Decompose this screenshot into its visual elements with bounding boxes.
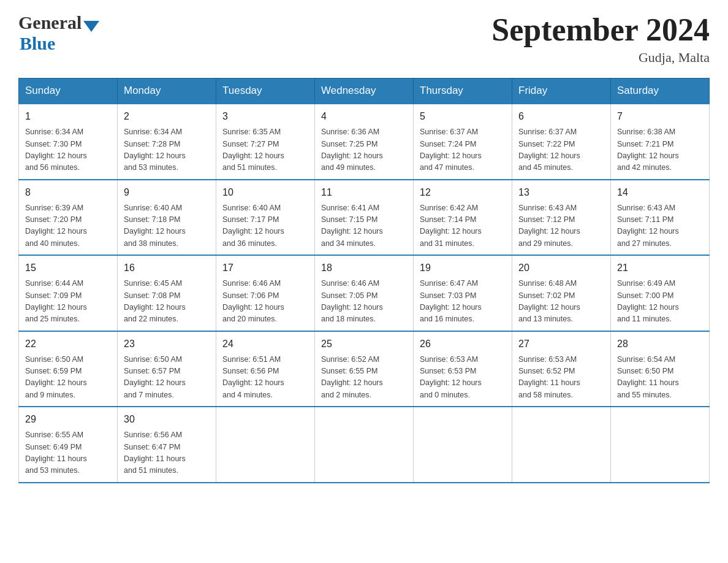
- calendar-cell: 25Sunrise: 6:52 AMSunset: 6:55 PMDayligh…: [315, 331, 414, 407]
- calendar-cell: 5Sunrise: 6:37 AMSunset: 7:24 PMDaylight…: [414, 104, 512, 180]
- calendar-table: Sunday Monday Tuesday Wednesday Thursday…: [18, 78, 710, 483]
- calendar-cell: 23Sunrise: 6:50 AMSunset: 6:57 PMDayligh…: [118, 331, 216, 407]
- day-number: 13: [518, 185, 604, 200]
- col-wednesday: Wednesday: [315, 79, 414, 104]
- day-number: 17: [222, 261, 308, 275]
- day-number: 23: [124, 337, 210, 351]
- col-thursday: Thursday: [414, 79, 512, 104]
- calendar-cell: 1Sunrise: 6:34 AMSunset: 7:30 PMDaylight…: [19, 104, 118, 180]
- col-sunday: Sunday: [19, 79, 118, 104]
- col-friday: Friday: [512, 79, 611, 104]
- calendar-cell: [315, 407, 414, 483]
- page-header: General Blue September 2024 Gudja, Malta: [18, 12, 710, 66]
- day-number: 22: [25, 337, 111, 351]
- day-number: 19: [420, 261, 506, 275]
- calendar-cell: 22Sunrise: 6:50 AMSunset: 6:59 PMDayligh…: [19, 331, 118, 407]
- day-number: 20: [518, 261, 604, 275]
- title-block: September 2024 Gudja, Malta: [491, 12, 710, 66]
- day-info: Sunrise: 6:54 AMSunset: 6:50 PMDaylight:…: [617, 354, 703, 402]
- calendar-cell: 30Sunrise: 6:56 AMSunset: 6:47 PMDayligh…: [118, 407, 216, 483]
- calendar-cell: 7Sunrise: 6:38 AMSunset: 7:21 PMDaylight…: [611, 104, 710, 180]
- day-info: Sunrise: 6:40 AMSunset: 7:18 PMDaylight:…: [124, 202, 210, 250]
- day-info: Sunrise: 6:45 AMSunset: 7:08 PMDaylight:…: [124, 278, 210, 326]
- day-number: 26: [420, 337, 506, 351]
- day-number: 1: [25, 109, 111, 124]
- day-number: 12: [420, 185, 506, 200]
- day-info: Sunrise: 6:35 AMSunset: 7:27 PMDaylight:…: [222, 126, 308, 174]
- day-info: Sunrise: 6:43 AMSunset: 7:11 PMDaylight:…: [617, 202, 703, 250]
- day-info: Sunrise: 6:52 AMSunset: 6:55 PMDaylight:…: [321, 354, 407, 402]
- calendar-cell: 15Sunrise: 6:44 AMSunset: 7:09 PMDayligh…: [19, 255, 118, 331]
- week-row-4: 22Sunrise: 6:50 AMSunset: 6:59 PMDayligh…: [19, 331, 710, 407]
- calendar-cell: [414, 407, 512, 483]
- day-number: 16: [124, 261, 210, 275]
- calendar-cell: 13Sunrise: 6:43 AMSunset: 7:12 PMDayligh…: [512, 180, 611, 256]
- day-number: 21: [617, 261, 703, 275]
- calendar-cell: [611, 407, 710, 483]
- day-info: Sunrise: 6:49 AMSunset: 7:00 PMDaylight:…: [617, 278, 703, 326]
- day-info: Sunrise: 6:34 AMSunset: 7:28 PMDaylight:…: [124, 126, 210, 174]
- logo-blue-text: Blue: [18, 33, 55, 53]
- calendar-header-row: Sunday Monday Tuesday Wednesday Thursday…: [19, 79, 710, 104]
- day-number: 4: [321, 109, 407, 124]
- day-number: 11: [321, 185, 407, 200]
- day-info: Sunrise: 6:48 AMSunset: 7:02 PMDaylight:…: [518, 278, 604, 326]
- day-info: Sunrise: 6:34 AMSunset: 7:30 PMDaylight:…: [25, 126, 111, 174]
- day-info: Sunrise: 6:40 AMSunset: 7:17 PMDaylight:…: [222, 202, 308, 250]
- calendar-cell: 16Sunrise: 6:45 AMSunset: 7:08 PMDayligh…: [118, 255, 216, 331]
- day-info: Sunrise: 6:46 AMSunset: 7:06 PMDaylight:…: [222, 278, 308, 326]
- calendar-cell: 18Sunrise: 6:46 AMSunset: 7:05 PMDayligh…: [315, 255, 414, 331]
- day-number: 6: [518, 109, 604, 124]
- day-number: 2: [124, 109, 210, 124]
- day-info: Sunrise: 6:55 AMSunset: 6:49 PMDaylight:…: [25, 429, 111, 477]
- calendar-cell: 29Sunrise: 6:55 AMSunset: 6:49 PMDayligh…: [19, 407, 118, 483]
- day-info: Sunrise: 6:51 AMSunset: 6:56 PMDaylight:…: [222, 354, 308, 402]
- calendar-cell: 14Sunrise: 6:43 AMSunset: 7:11 PMDayligh…: [611, 180, 710, 256]
- calendar-cell: 4Sunrise: 6:36 AMSunset: 7:25 PMDaylight…: [315, 104, 414, 180]
- day-info: Sunrise: 6:39 AMSunset: 7:20 PMDaylight:…: [25, 202, 111, 250]
- week-row-5: 29Sunrise: 6:55 AMSunset: 6:49 PMDayligh…: [19, 407, 710, 483]
- calendar-subtitle: Gudja, Malta: [491, 50, 710, 66]
- calendar-cell: 10Sunrise: 6:40 AMSunset: 7:17 PMDayligh…: [216, 180, 315, 256]
- day-number: 14: [617, 185, 703, 200]
- calendar-cell: 8Sunrise: 6:39 AMSunset: 7:20 PMDaylight…: [19, 180, 118, 256]
- day-info: Sunrise: 6:46 AMSunset: 7:05 PMDaylight:…: [321, 278, 407, 326]
- week-row-3: 15Sunrise: 6:44 AMSunset: 7:09 PMDayligh…: [19, 255, 710, 331]
- day-number: 8: [25, 185, 111, 200]
- calendar-cell: 6Sunrise: 6:37 AMSunset: 7:22 PMDaylight…: [512, 104, 611, 180]
- calendar-cell: 17Sunrise: 6:46 AMSunset: 7:06 PMDayligh…: [216, 255, 315, 331]
- day-number: 24: [222, 337, 308, 351]
- day-info: Sunrise: 6:36 AMSunset: 7:25 PMDaylight:…: [321, 126, 407, 174]
- day-number: 27: [518, 337, 604, 351]
- calendar-cell: 9Sunrise: 6:40 AMSunset: 7:18 PMDaylight…: [118, 180, 216, 256]
- calendar-cell: 2Sunrise: 6:34 AMSunset: 7:28 PMDaylight…: [118, 104, 216, 180]
- day-number: 29: [25, 412, 111, 427]
- day-info: Sunrise: 6:47 AMSunset: 7:03 PMDaylight:…: [420, 278, 506, 326]
- day-number: 10: [222, 185, 308, 200]
- day-number: 30: [124, 412, 210, 427]
- day-info: Sunrise: 6:42 AMSunset: 7:14 PMDaylight:…: [420, 202, 506, 250]
- day-info: Sunrise: 6:37 AMSunset: 7:24 PMDaylight:…: [420, 126, 506, 174]
- day-number: 28: [617, 337, 703, 351]
- calendar-title: September 2024: [491, 12, 710, 47]
- day-info: Sunrise: 6:44 AMSunset: 7:09 PMDaylight:…: [25, 278, 111, 326]
- day-info: Sunrise: 6:37 AMSunset: 7:22 PMDaylight:…: [518, 126, 604, 174]
- calendar-cell: 27Sunrise: 6:53 AMSunset: 6:52 PMDayligh…: [512, 331, 611, 407]
- col-tuesday: Tuesday: [216, 79, 315, 104]
- logo-general-text: General: [18, 12, 82, 33]
- day-info: Sunrise: 6:50 AMSunset: 6:57 PMDaylight:…: [124, 354, 210, 402]
- calendar-cell: [512, 407, 611, 483]
- day-info: Sunrise: 6:38 AMSunset: 7:21 PMDaylight:…: [617, 126, 703, 174]
- day-info: Sunrise: 6:53 AMSunset: 6:52 PMDaylight:…: [518, 354, 604, 402]
- calendar-cell: 21Sunrise: 6:49 AMSunset: 7:00 PMDayligh…: [611, 255, 710, 331]
- day-info: Sunrise: 6:56 AMSunset: 6:47 PMDaylight:…: [124, 429, 210, 477]
- calendar-cell: 3Sunrise: 6:35 AMSunset: 7:27 PMDaylight…: [216, 104, 315, 180]
- day-number: 9: [124, 185, 210, 200]
- week-row-2: 8Sunrise: 6:39 AMSunset: 7:20 PMDaylight…: [19, 180, 710, 256]
- day-info: Sunrise: 6:53 AMSunset: 6:53 PMDaylight:…: [420, 354, 506, 402]
- week-row-1: 1Sunrise: 6:34 AMSunset: 7:30 PMDaylight…: [19, 104, 710, 180]
- day-info: Sunrise: 6:41 AMSunset: 7:15 PMDaylight:…: [321, 202, 407, 250]
- day-number: 3: [222, 109, 308, 124]
- day-info: Sunrise: 6:43 AMSunset: 7:12 PMDaylight:…: [518, 202, 604, 250]
- calendar-cell: 24Sunrise: 6:51 AMSunset: 6:56 PMDayligh…: [216, 331, 315, 407]
